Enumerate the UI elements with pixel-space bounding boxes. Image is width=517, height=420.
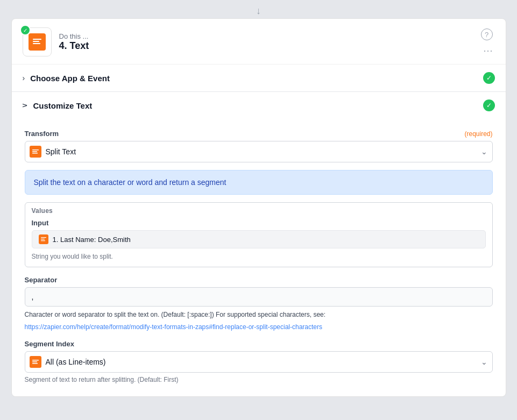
customize-text-section-header[interactable]: ∧ Customize Text ✓ [12,92,506,119]
separator-hint: Character or word separator to split the… [25,310,493,319]
step-icon [29,33,46,51]
values-header: Values [25,203,492,217]
svg-rect-0 [33,39,41,40]
choose-app-section[interactable]: › Choose App & Event ✓ [12,65,506,92]
input-tag-text: 1. Last Name: Doe,Smith [53,236,131,244]
svg-rect-6 [41,237,46,238]
choose-app-title: Choose App & Event [30,74,483,83]
svg-rect-1 [33,41,39,42]
header-actions: ? ⋯ [479,27,495,56]
segment-index-field: Segment Index All (as Line-items) [25,340,493,383]
header-title: 4. Text [59,40,479,52]
input-tag-icon [39,234,48,244]
input-hint: String you would like to split. [25,253,492,267]
customize-text-title: Customize Text [33,101,483,110]
svg-rect-5 [32,153,38,154]
choose-app-check: ✓ [483,72,495,84]
help-icon: ? [481,29,493,40]
transform-label-row: Transform (required) [25,130,493,138]
transform-select-value: Split Text [46,147,76,156]
separator-link[interactable]: https://zapier.com/help/create/format/mo… [25,323,323,331]
segment-select[interactable]: All (as Line-items) [25,351,493,373]
segment-hint: Segment of text to return after splittin… [25,376,493,383]
check-icon: ✓ [23,27,27,33]
input-tag[interactable]: 1. Last Name: Doe,Smith [32,230,486,248]
transform-label: Transform [25,130,59,138]
card-header: ✓ Do this ... 4. Text ? [12,19,506,65]
separator-input[interactable] [25,287,493,307]
choose-app-check-icon: ✓ [486,74,492,82]
svg-rect-2 [33,43,40,44]
more-options-button[interactable]: ⋯ [481,45,495,56]
svg-rect-3 [32,150,39,151]
check-badge: ✓ [20,25,31,35]
customize-text-check-icon: ✓ [486,102,492,109]
transform-select-icon [30,146,41,158]
step-card: ✓ Do this ... 4. Text ? [11,18,506,397]
svg-rect-4 [32,151,37,152]
segment-select-icon [30,356,41,368]
svg-rect-8 [41,240,45,241]
transform-select[interactable]: Split Text [25,141,493,162]
text-icon [32,37,43,47]
main-container: ↓ ✓ Do this ... 4. Text [0,5,517,397]
help-button[interactable]: ? [479,27,495,41]
input-field-label: Input [25,217,492,230]
choose-app-chevron: › [23,74,25,82]
separator-field: Separator Character or word separator to… [25,276,493,331]
info-box-text: Split the text on a character or word an… [34,178,226,187]
values-box: Values Input 1. Last Name: Doe,Smith Str… [25,202,493,267]
header-subtitle: Do this ... [59,32,479,40]
segment-select-value: All (as Line-items) [46,358,106,366]
transform-select-wrap: Split Text ⌄ [25,141,493,162]
transform-required: (required) [464,130,492,138]
svg-rect-7 [41,239,45,239]
input-tag-icon-svg [40,236,47,243]
transform-field: Transform (required) Split Text [25,130,493,162]
svg-rect-9 [32,360,39,361]
separator-label: Separator [25,276,58,284]
separator-label-row: Separator [25,276,493,284]
svg-rect-11 [32,363,38,364]
customize-text-chevron: ∧ [21,103,30,108]
segment-label: Segment Index [25,340,74,348]
segment-label-row: Segment Index [25,340,493,348]
transform-icon-svg [32,148,39,155]
customize-text-check: ✓ [483,99,495,111]
header-text: Do this ... 4. Text [59,32,479,52]
segment-select-wrap: All (as Line-items) ⌄ [25,351,493,373]
info-box: Split the text on a character or word an… [25,170,493,195]
segment-icon-svg [32,358,39,366]
svg-rect-10 [32,361,37,362]
connector-arrow: ↓ [254,5,263,16]
step-icon-wrap: ✓ [23,27,52,56]
more-icon: ⋯ [483,45,493,56]
customize-text-body: Transform (required) Split Text [12,119,506,396]
